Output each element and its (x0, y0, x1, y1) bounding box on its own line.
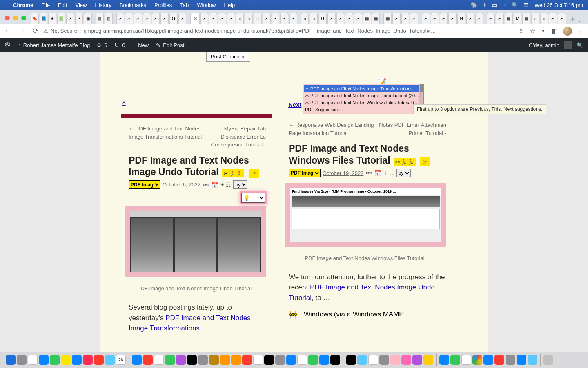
spotlight-icon[interactable]: 🔍 (512, 2, 518, 8)
close-tab-icon[interactable]: ✕ (194, 16, 197, 21)
not-secure-icon[interactable]: ⚠ (43, 28, 48, 34)
dock-app-icon[interactable] (528, 355, 537, 365)
cut-run-icon[interactable]: ✂🏃🏃 (222, 169, 244, 177)
dock-app-icon[interactable] (253, 355, 263, 365)
tab[interactable]: ✂ (422, 13, 430, 24)
dock-app-icon[interactable] (379, 355, 389, 365)
menu-file[interactable]: File (41, 2, 50, 8)
tab[interactable]: ✂ (227, 13, 235, 24)
tab[interactable]: ✂ (345, 13, 353, 24)
tab[interactable]: ✂ (209, 13, 217, 24)
prev-post-link[interactable]: ← Responsive Web Design Landing Page Inc… (289, 121, 375, 137)
address-bar[interactable]: ⚠ Not Secure | rjmprogramming.com.au/ITb… (43, 28, 514, 34)
menu-window[interactable]: Window (197, 2, 216, 8)
meta-icon[interactable]: 👓 (365, 170, 372, 176)
dock-app-icon[interactable] (494, 355, 504, 365)
tab-active[interactable]: ✕ (190, 13, 200, 24)
tab[interactable]: ✂ (152, 13, 160, 24)
clock[interactable]: Wed 26 Oct 7:16 pm (535, 2, 583, 8)
wp-updates[interactable]: ⟳ 6 (97, 42, 107, 48)
tab[interactable]: ✂ (558, 13, 566, 24)
wp-avatar[interactable] (564, 41, 572, 49)
menu-tab[interactable]: Tab (180, 2, 189, 8)
profile-avatar[interactable] (563, 27, 572, 36)
tab[interactable]: n (310, 13, 318, 24)
suggestion-option[interactable]: ⚠ PDF Image and Text Nodes Windows Files… (304, 99, 421, 106)
tab[interactable]: ✂ (178, 13, 187, 24)
dock-app-icon[interactable] (94, 355, 104, 365)
tab[interactable]: G (75, 13, 83, 24)
tab[interactable]: ✂ (280, 13, 288, 24)
post-date[interactable]: October 19, 2022 (323, 170, 363, 176)
tab[interactable]: ▦ (372, 13, 380, 24)
tab[interactable]: ✂ (327, 13, 336, 24)
wp-logo-icon[interactable]: ⓦ (5, 41, 10, 49)
dock-app-icon[interactable] (401, 355, 411, 365)
tab[interactable]: ✂ (487, 13, 495, 24)
tab[interactable]: n (236, 13, 244, 24)
excerpt-link[interactable]: PDF Image and Text Nodes Image Undo Tuto… (289, 283, 435, 302)
tab[interactable]: ✂ (143, 13, 151, 24)
bluetooth-icon[interactable]: ᚼ (483, 2, 486, 8)
tab[interactable]: ▥ (105, 13, 113, 24)
dock-calendar-icon[interactable]: 26 (116, 355, 126, 365)
tab[interactable]: G (318, 13, 327, 24)
dock-app-icon[interactable] (412, 355, 422, 365)
share-icon[interactable]: ⇪ (519, 27, 524, 35)
tab[interactable]: ✂ (392, 13, 401, 24)
dock-app-icon[interactable] (357, 355, 367, 365)
tab[interactable]: ▦ (505, 13, 513, 24)
dock-trash-icon[interactable] (543, 355, 553, 365)
forward-button[interactable]: → (18, 27, 25, 35)
tab[interactable]: G (169, 13, 178, 24)
tab[interactable]: ▦ (363, 13, 371, 24)
cut-run-icon[interactable]: ✂🏃🏃 (394, 158, 416, 166)
dock-app-icon[interactable] (154, 355, 164, 365)
control-center-icon[interactable]: ☰ (524, 2, 529, 8)
wp-edit-post[interactable]: ✎ Edit Post (156, 42, 184, 48)
chrome-menu-icon[interactable]: ⋮ (578, 27, 584, 35)
idea-select[interactable]: 💡 (241, 193, 265, 203)
menubar-app-icon[interactable]: 🐘 (471, 2, 477, 8)
tab[interactable]: G (66, 13, 74, 24)
suggestion-select[interactable]: ⚠ PDF Image and Text Nodes Image Transfo… (303, 84, 424, 114)
tab[interactable]: 📗 (57, 13, 65, 24)
dock-app-icon[interactable] (450, 355, 460, 365)
tab[interactable]: n (254, 13, 262, 24)
plus-icon[interactable]: + (383, 170, 387, 176)
tab[interactable]: ✂ (218, 13, 226, 24)
next-link[interactable]: Next (288, 101, 302, 108)
dock-app-icon[interactable] (423, 355, 433, 365)
suggestion-option[interactable]: PDF Suggestion ... (304, 106, 421, 113)
back-button[interactable]: ← (4, 27, 11, 35)
window-controls[interactable] (5, 16, 26, 20)
featured-image[interactable]: Find Images Via Size - RJM Programming -… (285, 183, 446, 247)
menu-view[interactable]: View (75, 2, 87, 8)
tab-overflow-icon[interactable]: ⌄ (578, 18, 582, 24)
menu-help[interactable]: Help (224, 2, 235, 8)
post-comment-button[interactable]: Post Comment (206, 52, 250, 62)
dock-app-icon[interactable] (319, 355, 329, 365)
author-select[interactable]: by (233, 180, 247, 189)
post-date[interactable]: October 6, 2022 (163, 182, 200, 188)
tab[interactable]: ✂ (431, 13, 439, 24)
dock-app-icon[interactable] (50, 355, 60, 365)
menu-profiles[interactable]: Profiles (154, 2, 172, 8)
tab[interactable]: n (540, 13, 548, 24)
tab[interactable]: ✂ (410, 13, 418, 24)
bookmark-star-icon[interactable]: ☆ (530, 27, 535, 35)
dock-app-icon[interactable] (297, 355, 307, 365)
dock-app-icon[interactable] (286, 355, 296, 365)
tab[interactable]: ▦ (383, 13, 392, 24)
dock-app-icon[interactable] (105, 355, 115, 365)
dock-app-icon[interactable] (368, 355, 378, 365)
tab[interactable]: ✂ (116, 13, 125, 24)
dock-app-icon[interactable] (132, 355, 142, 365)
tab[interactable]: ✂ (549, 13, 557, 24)
dock-app-icon[interactable] (506, 355, 515, 365)
author-select[interactable]: by (396, 169, 411, 177)
wp-new[interactable]: + New (133, 42, 149, 48)
tab[interactable]: ✂ (200, 13, 209, 24)
tab[interactable]: ▦ (522, 13, 530, 24)
dock-filezilla-icon[interactable] (242, 355, 252, 365)
